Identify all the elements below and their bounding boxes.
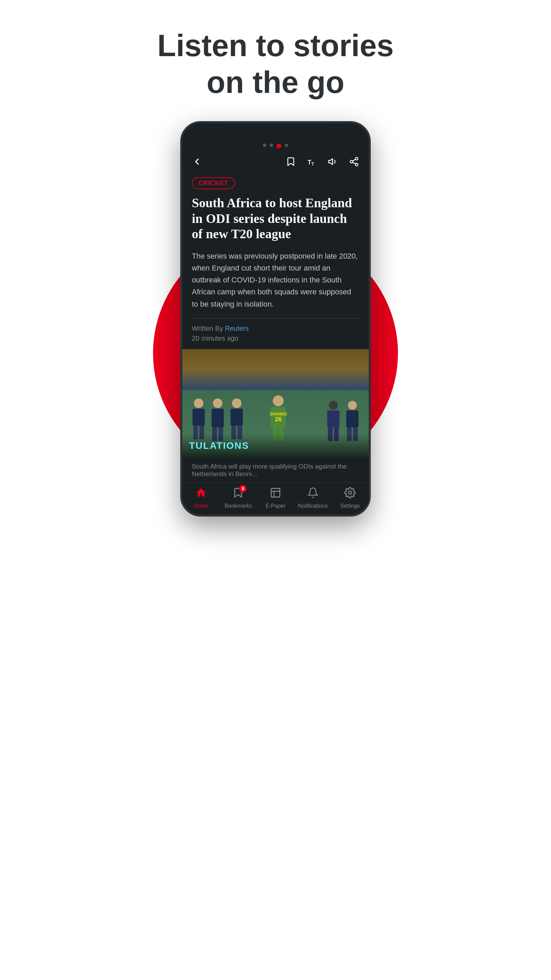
home-icon — [195, 487, 207, 501]
article-divider — [192, 318, 359, 318]
article-image: SHAMSI 26 — [182, 349, 369, 458]
settings-label: Settings — [340, 503, 360, 509]
epaper-icon — [270, 487, 281, 501]
phone-frame: T T — [180, 121, 371, 517]
nav-item-bookmarks[interactable]: 8 Bookmarks — [220, 487, 257, 509]
stadium-banner: TULATIONS — [182, 434, 369, 458]
title-line1: Listen to stories — [157, 29, 394, 63]
nav-item-epaper[interactable]: E-Paper — [257, 487, 294, 509]
epaper-label: E-Paper — [266, 503, 286, 509]
dot-1 — [263, 143, 266, 147]
dot-3-active — [276, 143, 281, 148]
bookmarks-icon: 8 — [232, 487, 244, 501]
svg-point-11 — [349, 491, 352, 494]
svg-line-6 — [353, 162, 356, 164]
article-body: The series was previously postponed in l… — [192, 250, 359, 310]
nav-item-home[interactable]: Home — [182, 487, 220, 509]
share-button[interactable] — [349, 156, 359, 169]
crowd-background — [182, 349, 369, 390]
article-headline: South Africa to host England in ODI seri… — [192, 195, 359, 242]
page-title: Listen to stories on the go — [157, 27, 394, 101]
author-prefix: Written By — [192, 325, 225, 332]
notifications-label: Notifications — [298, 503, 327, 509]
category-badge[interactable]: CRICKET — [192, 177, 235, 189]
bottom-navigation: Home 8 Bookmarks — [182, 482, 369, 514]
bookmarks-badge: 8 — [239, 485, 246, 492]
article-toolbar: T T — [182, 152, 369, 174]
settings-icon — [344, 487, 356, 501]
phone-notch — [182, 123, 369, 137]
article-teaser: South Africa will play more qualifying O… — [182, 458, 369, 482]
notifications-icon — [307, 487, 319, 501]
cricket-scene: SHAMSI 26 — [182, 349, 369, 458]
svg-text:T: T — [311, 162, 314, 166]
nav-item-settings[interactable]: Settings — [331, 487, 369, 509]
author-line: Written By Reuters — [192, 325, 359, 332]
nav-item-notifications[interactable]: Notifications — [294, 487, 332, 509]
phone-mockup: T T — [136, 121, 415, 517]
audio-button[interactable] — [328, 156, 338, 169]
svg-line-7 — [353, 159, 356, 161]
svg-marker-2 — [329, 159, 333, 165]
text-size-button[interactable]: T T — [307, 156, 317, 169]
jersey-number-text: 26 — [275, 416, 282, 422]
dot-4 — [285, 143, 288, 147]
toolbar-right-actions: T T — [286, 156, 359, 169]
phone-screen: T T — [182, 137, 369, 514]
home-label: Home — [194, 503, 208, 509]
article-content: CRICKET South Africa to host England in … — [182, 174, 369, 342]
svg-rect-8 — [271, 488, 280, 497]
author-name[interactable]: Reuters — [225, 325, 249, 332]
pagination-dots — [182, 137, 369, 152]
svg-text:T: T — [308, 159, 311, 166]
back-button[interactable] — [192, 156, 202, 169]
article-timestamp: 20 minutes ago — [192, 334, 359, 342]
dot-2 — [270, 143, 273, 147]
bookmarks-label: Bookmarks — [224, 503, 252, 509]
bookmark-button[interactable] — [286, 156, 296, 169]
title-line2: on the go — [207, 65, 345, 99]
